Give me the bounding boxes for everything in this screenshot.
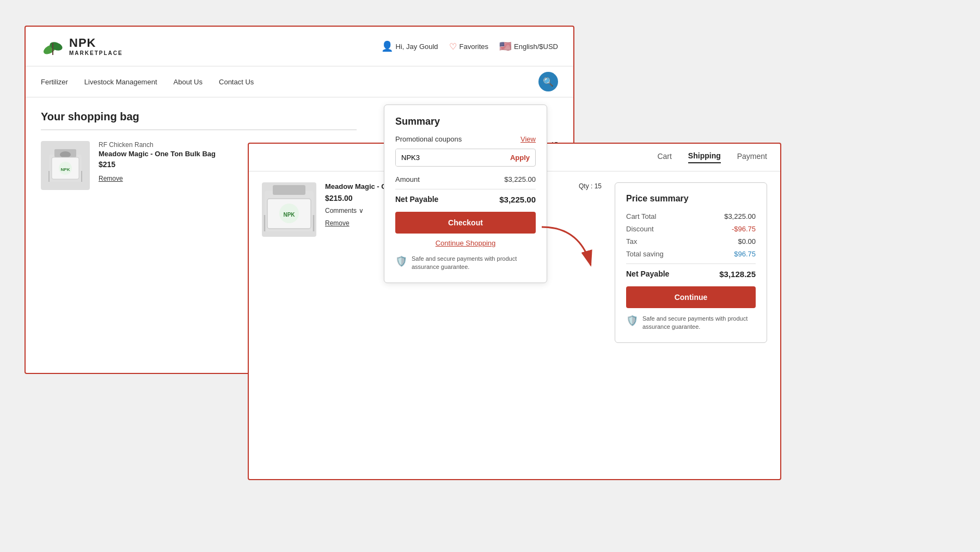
amount-label: Amount bbox=[395, 175, 420, 183]
user-icon: 👤 bbox=[381, 40, 393, 52]
tab-payment[interactable]: Payment bbox=[737, 152, 767, 163]
nav-contact[interactable]: Contact Us bbox=[219, 78, 254, 86]
svg-point-5 bbox=[60, 151, 71, 158]
tab-shipping[interactable]: Shipping bbox=[688, 151, 721, 163]
tax-value: $0.00 bbox=[738, 237, 756, 246]
item-remove-link[interactable]: Remove bbox=[99, 175, 123, 182]
user-menu[interactable]: 👤 Hi, Jay Gould bbox=[381, 40, 438, 52]
net-payable-label: Net Payable bbox=[395, 195, 438, 204]
promo-view-link[interactable]: View bbox=[520, 135, 536, 143]
total-saving-value: $96.75 bbox=[734, 250, 756, 258]
promo-code-input[interactable] bbox=[396, 149, 505, 166]
net-payable-value: $3,225.00 bbox=[499, 195, 536, 204]
secondary-remove-link[interactable]: Remove bbox=[325, 219, 350, 227]
total-saving-row: Total saving $96.75 bbox=[626, 250, 756, 258]
discount-value: -$96.75 bbox=[732, 225, 756, 233]
arrow bbox=[536, 222, 602, 276]
promo-input-row: Apply bbox=[395, 149, 536, 167]
heart-icon: ♡ bbox=[449, 41, 457, 52]
logo-icon bbox=[41, 34, 65, 58]
promo-apply-button[interactable]: Apply bbox=[505, 149, 535, 166]
summary-title: Summary bbox=[395, 116, 536, 127]
comments-label: Comments bbox=[325, 207, 357, 214]
secure-text: Safe and secure payments with product as… bbox=[412, 255, 536, 272]
bag-divider bbox=[41, 130, 357, 130]
secondary-item-qty: Qty : 15 bbox=[579, 182, 602, 190]
header-right: 👤 Hi, Jay Gould ♡ Favorites 🇺🇸 English/$… bbox=[381, 40, 558, 52]
price-summary-panel: Price summary Cart Total $3,225.00 Disco… bbox=[615, 182, 767, 343]
svg-text:NPK: NPK bbox=[283, 212, 295, 218]
logo: NPK MARKETPLACE bbox=[41, 34, 123, 58]
price-summary-title: Price summary bbox=[626, 194, 756, 204]
amount-value: $3,225.00 bbox=[504, 175, 536, 183]
ps-continue-button[interactable]: Continue bbox=[626, 286, 756, 308]
discount-label: Discount bbox=[626, 225, 654, 233]
item-image: NPK bbox=[41, 141, 90, 190]
cart-total-label: Cart Total bbox=[626, 212, 656, 220]
tax-label: Tax bbox=[626, 237, 637, 246]
tax-row: Tax $0.00 bbox=[626, 237, 756, 246]
user-label: Hi, Jay Gould bbox=[396, 42, 438, 51]
ps-net-payable-row: Net Payable $3,128.25 bbox=[626, 269, 756, 279]
secondary-product-svg: NPK bbox=[262, 182, 316, 237]
checkout-button[interactable]: Checkout bbox=[395, 212, 536, 234]
nav-fertilizer[interactable]: Fertilizer bbox=[41, 78, 68, 86]
logo-npk: NPK bbox=[69, 36, 123, 50]
nav-livestock[interactable]: Livestock Management bbox=[84, 78, 157, 86]
amount-row: Amount $3,225.00 bbox=[395, 175, 536, 183]
flag-icon: 🇺🇸 bbox=[499, 40, 511, 52]
total-saving-label: Total saving bbox=[626, 250, 664, 258]
promo-label: Promotional coupons bbox=[395, 135, 462, 143]
ps-secure-text: Safe and secure payments with product as… bbox=[642, 315, 756, 332]
promo-row: Promotional coupons View bbox=[395, 135, 536, 143]
svg-text:NPK: NPK bbox=[61, 167, 70, 172]
chevron-down-icon: ∨ bbox=[359, 207, 364, 214]
main-nav: Fertilizer Livestock Management About Us… bbox=[26, 66, 573, 97]
secondary-item-image: NPK bbox=[262, 182, 316, 237]
favorites-link[interactable]: ♡ Favorites bbox=[449, 41, 488, 52]
discount-row: Discount -$96.75 bbox=[626, 225, 756, 233]
secure-row: 🛡️ Safe and secure payments with product… bbox=[395, 255, 536, 272]
summary-panel: Summary Promotional coupons View Apply A… bbox=[384, 105, 547, 283]
language-selector[interactable]: 🇺🇸 English/$USD bbox=[499, 40, 558, 52]
summary-divider bbox=[395, 189, 536, 189]
net-payable-row: Net Payable $3,225.00 bbox=[395, 195, 536, 204]
cart-total-row: Cart Total $3,225.00 bbox=[626, 212, 756, 220]
svg-rect-13 bbox=[273, 185, 305, 195]
tab-cart[interactable]: Cart bbox=[657, 152, 671, 163]
cart-total-value: $3,225.00 bbox=[724, 212, 756, 220]
nav-about[interactable]: About Us bbox=[174, 78, 203, 86]
ps-net-label: Net Payable bbox=[626, 269, 669, 279]
ps-net-value: $3,128.25 bbox=[719, 269, 756, 279]
ps-secure-row: 🛡️ Safe and secure payments with product… bbox=[626, 315, 756, 332]
language-label: English/$USD bbox=[514, 42, 558, 51]
search-button[interactable]: 🔍 bbox=[538, 72, 558, 91]
ps-shield-icon: 🛡️ bbox=[626, 315, 638, 327]
search-icon: 🔍 bbox=[543, 77, 554, 87]
logo-marketplace: MARKETPLACE bbox=[69, 50, 123, 56]
product-image-svg: NPK bbox=[44, 144, 87, 187]
ps-divider bbox=[626, 263, 756, 264]
favorites-label: Favorites bbox=[460, 42, 488, 51]
site-header: NPK MARKETPLACE 👤 Hi, Jay Gould ♡ Favori… bbox=[26, 27, 573, 66]
continue-shopping-link[interactable]: Continue Shopping bbox=[395, 239, 536, 247]
shield-icon: 🛡️ bbox=[395, 255, 407, 267]
